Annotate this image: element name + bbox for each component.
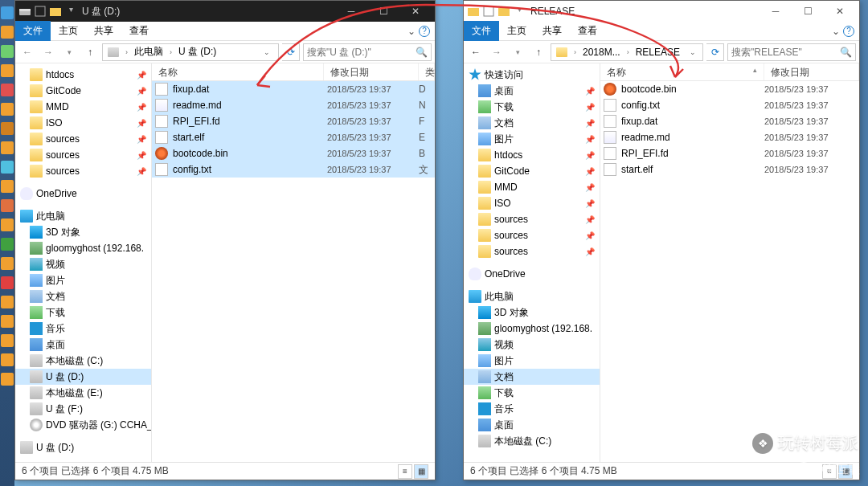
search-box[interactable]: 🔍	[303, 43, 432, 61]
file-row[interactable]: config.txt2018/5/23 19:37	[600, 97, 859, 113]
file-row[interactable]: readme.md2018/5/23 19:37N	[152, 97, 435, 113]
tree-item[interactable]: U 盘 (F:)	[15, 401, 151, 417]
nav-recent-icon[interactable]: ▾	[509, 43, 526, 61]
close-button[interactable]: ✕	[399, 1, 432, 22]
tree-item[interactable]: 文档	[464, 369, 600, 385]
refresh-button[interactable]: ⟳	[282, 43, 300, 61]
crumb-pc[interactable]: 此电脑	[131, 45, 166, 59]
minimize-button[interactable]: ─	[760, 1, 792, 22]
crumb-1[interactable]: 2018M...	[579, 47, 624, 58]
tree-item[interactable]: gloomyghost (192.168.	[464, 321, 600, 337]
tab-home[interactable]: 主页	[499, 21, 534, 41]
file-row[interactable]: RPI_EFI.fd2018/5/23 19:37	[600, 145, 859, 161]
tree-section-header[interactable]: 此电脑	[15, 208, 151, 224]
crumb-drive[interactable]: U 盘 (D:)	[175, 45, 219, 59]
tree-item[interactable]: sources📌	[464, 227, 600, 243]
tree-section-header[interactable]: OneDrive	[15, 186, 151, 202]
tree-item[interactable]: htdocs📌	[15, 67, 151, 83]
tree-item[interactable]: 视频	[15, 256, 151, 272]
file-row[interactable]: fixup.dat2018/5/23 19:37	[600, 113, 859, 129]
file-row[interactable]: readme.md2018/5/23 19:37	[600, 129, 859, 145]
nav-recent-icon[interactable]: ▾	[60, 43, 78, 61]
tree-item[interactable]: 音乐	[15, 321, 151, 337]
col-type[interactable]: 类	[419, 63, 435, 80]
list-header[interactable]: 名称▴ 修改日期	[600, 63, 859, 81]
tree-item[interactable]: 本地磁盘 (C:)	[464, 433, 600, 449]
tree-section-header[interactable]: 此电脑	[464, 288, 600, 304]
tree-item[interactable]: 桌面	[15, 337, 151, 353]
tree-item[interactable]: GitCode📌	[15, 83, 151, 99]
tree-item[interactable]: 下载📌	[464, 99, 600, 115]
tree-item[interactable]: MMD📌	[15, 99, 151, 115]
tab-view[interactable]: 查看	[121, 21, 157, 41]
view-details-icon[interactable]: ≡	[398, 464, 412, 479]
file-row[interactable]: bootcode.bin2018/5/23 19:37B	[152, 145, 435, 161]
file-row[interactable]: config.txt2018/5/23 19:37文	[152, 161, 435, 178]
tree-item[interactable]: 视频	[464, 337, 600, 353]
tree-section-header[interactable]: 快速访问	[464, 67, 600, 83]
breadcrumb[interactable]: › 此电脑 › U 盘 (D:) ⌄	[102, 43, 279, 61]
tree-item[interactable]: sources📌	[15, 163, 151, 179]
tree-item[interactable]: 文档📌	[464, 115, 600, 131]
maximize-button[interactable]: ☐	[367, 1, 399, 22]
tree-item[interactable]: 文档	[15, 288, 151, 304]
nav-forward-button[interactable]: →	[39, 43, 57, 61]
tree-item[interactable]: sources📌	[464, 211, 600, 227]
tree-item[interactable]: 3D 对象	[15, 224, 151, 240]
tree-section-header[interactable]: OneDrive	[464, 266, 600, 282]
tree-item[interactable]: sources📌	[464, 243, 600, 259]
nav-tree[interactable]: htdocs📌GitCode📌MMD📌ISO📌sources📌sources📌s…	[15, 63, 152, 462]
nav-tree[interactable]: 快速访问桌面📌下载📌文档📌图片📌htdocs📌GitCode📌MMD📌ISO📌s…	[464, 63, 600, 462]
col-name[interactable]: 名称	[152, 63, 324, 80]
file-row[interactable]: start.elf2018/5/23 19:37E	[152, 129, 435, 145]
col-name[interactable]: 名称▴	[600, 63, 764, 80]
qat-dropdown-icon[interactable]: ▾	[64, 5, 77, 18]
tab-home[interactable]: 主页	[51, 21, 86, 41]
nav-back-button[interactable]: ←	[18, 43, 36, 61]
properties-icon[interactable]	[482, 5, 495, 18]
nav-forward-button[interactable]: →	[488, 43, 506, 61]
tree-item[interactable]: 桌面	[464, 417, 600, 433]
folder-icon[interactable]	[49, 5, 62, 18]
help-icon[interactable]: ?	[843, 26, 854, 37]
titlebar[interactable]: ▾ U 盘 (D:) ─ ☐ ✕	[15, 1, 435, 22]
ribbon-expand-icon[interactable]: ⌄	[832, 26, 840, 37]
tree-item[interactable]: GitCode📌	[464, 163, 600, 179]
ribbon-expand-icon[interactable]: ⌄	[407, 26, 416, 37]
folder-icon[interactable]	[497, 5, 510, 18]
tree-item[interactable]: 下载	[15, 304, 151, 321]
search-box[interactable]: 🔍	[727, 43, 856, 61]
qat-dropdown-icon[interactable]: ▾	[513, 5, 526, 18]
nav-back-button[interactable]: ←	[467, 43, 485, 61]
col-date[interactable]: 修改日期	[324, 63, 419, 80]
tree-item[interactable]: 桌面📌	[464, 83, 600, 99]
properties-icon[interactable]	[34, 5, 47, 18]
tab-file[interactable]: 文件	[15, 21, 51, 41]
search-input[interactable]	[731, 47, 840, 58]
help-icon[interactable]: ?	[419, 26, 430, 37]
minimize-button[interactable]: ─	[335, 1, 367, 22]
tree-item[interactable]: 下载	[464, 385, 600, 401]
view-icons-icon[interactable]: ▦	[414, 464, 428, 479]
tree-item[interactable]: ISO📌	[464, 195, 600, 211]
tree-section-header[interactable]: U 盘 (D:)	[15, 439, 151, 455]
tree-item[interactable]: MMD📌	[464, 179, 600, 195]
file-row[interactable]: RPI_EFI.fd2018/5/23 19:37F	[152, 113, 435, 129]
tree-item[interactable]: 图片	[15, 272, 151, 288]
search-input[interactable]	[307, 47, 416, 58]
refresh-button[interactable]: ⟳	[706, 43, 724, 61]
nav-up-button[interactable]: ↑	[530, 43, 547, 61]
list-header[interactable]: 名称 修改日期 类	[152, 63, 435, 81]
tree-item[interactable]: 本地磁盘 (E:)	[15, 385, 151, 401]
tree-item[interactable]: 本地磁盘 (C:)	[15, 353, 151, 369]
maximize-button[interactable]: ☐	[792, 1, 824, 22]
tree-item[interactable]: 3D 对象	[464, 304, 600, 321]
tree-item[interactable]: 音乐	[464, 401, 600, 417]
search-icon[interactable]: 🔍	[840, 47, 852, 58]
titlebar[interactable]: ▾ RELEASE ─ ☐ ✕	[464, 1, 859, 22]
tree-item[interactable]: sources📌	[15, 147, 151, 163]
tree-item[interactable]: sources📌	[15, 131, 151, 147]
tree-item[interactable]: 图片	[464, 353, 600, 369]
nav-up-button[interactable]: ↑	[81, 43, 99, 61]
search-icon[interactable]: 🔍	[416, 47, 428, 58]
